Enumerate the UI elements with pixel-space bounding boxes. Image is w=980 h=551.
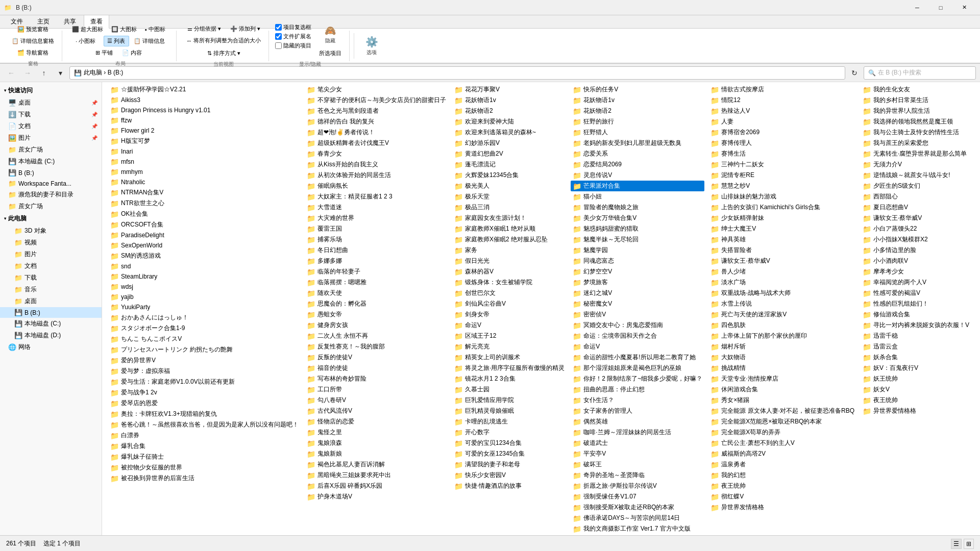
sidebar-item-b-drive[interactable]: 💾 B (B:) [0, 167, 102, 178]
sidebar-item-music[interactable]: 📁 音乐 [0, 284, 102, 295]
file-item[interactable]: 📁爱与生活：家庭老师V1.0.0V以前还有更新 [108, 377, 301, 387]
super-large-icon-button[interactable]: ⬛ 超大图标 [68, 24, 107, 35]
file-item[interactable]: 📁家庭教师X催眠2 绝对服从忍坠 [452, 234, 567, 245]
file-item[interactable]: 📁偶然英雄 [571, 416, 704, 427]
file-item[interactable]: 📁狂野猎人 [571, 127, 704, 138]
file-item[interactable]: 📁ORCSOFT合集 [108, 219, 301, 230]
medium-icon-button[interactable]: ▪️ 中图标 [141, 24, 172, 35]
file-item[interactable]: 📁鬼怪之里 [305, 427, 448, 438]
file-item[interactable]: 📁咖啡·兰姆～淫淫妹妹的同居生活 [571, 427, 704, 438]
file-item[interactable]: 📁上帝体上留下的那个家伙的厘印 [708, 331, 856, 341]
file-item[interactable]: 📁幻梦空空V [571, 266, 704, 277]
file-item[interactable]: 📁赛博宿舍2069 [708, 127, 856, 138]
file-item[interactable]: 📁亡民公主·萧想不到的主人V [708, 438, 856, 448]
file-item[interactable]: 📁猫小妞 [571, 191, 704, 202]
file-item[interactable]: 📁赛博生活 [708, 148, 856, 159]
file-item[interactable]: 📁勾八卷研V [305, 395, 448, 406]
file-item[interactable]: 📁魅惑妈妈甜蜜的猎取 [571, 223, 704, 234]
file-item[interactable]: 📁威福斯的高塔2V [708, 448, 856, 459]
small-icon-button[interactable]: · 小图标 [72, 36, 103, 46]
file-item[interactable]: 📁家务 [452, 245, 567, 256]
file-item[interactable]: 📁我的乡村日常菜生活 [861, 95, 974, 106]
file-item[interactable]: 📁淡水广场 [708, 277, 856, 288]
nav-pane-button[interactable]: 🗂️ 导航窗格 [14, 47, 52, 58]
file-item[interactable]: 📁迅雷千稳 [861, 331, 974, 341]
file-item[interactable]: 📁命运的甜性小魔夏暮!所以用老二教育了她 [571, 352, 704, 363]
file-item[interactable]: 📁花妖物语2 [571, 106, 704, 116]
file-item[interactable]: 📁大奴家主：精灵征服者1 2 3 [305, 191, 448, 202]
this-pc-header[interactable]: ▾ 此电脑 [0, 212, 102, 225]
file-item[interactable]: 📁假日光光 [452, 256, 567, 266]
file-item[interactable]: 📁爸爸心跳！～虽然很喜欢当爸，但是因为是家人所以没有问题吧！ [108, 419, 301, 430]
file-item[interactable]: 📁Flower girl 2 [108, 126, 301, 136]
sort-by-button[interactable]: ⇅ 排序方式 ▾ [204, 48, 244, 59]
refresh-button[interactable]: ↻ [847, 66, 862, 80]
file-item[interactable]: 📁快乐少女密园V [452, 470, 567, 481]
file-item[interactable]: 📁夕匠生的S级女们 [861, 181, 974, 191]
file-item[interactable]: 📁快乐的任务V [571, 84, 704, 95]
file-item[interactable]: 📁灵息传说V [571, 170, 704, 181]
file-item[interactable]: 📁绅士大魔王V [708, 223, 856, 234]
file-item[interactable]: 📁谦软女王·蔡华威V [861, 213, 974, 223]
file-item[interactable]: 📁夜王统帅 [708, 481, 856, 491]
file-item[interactable]: 📁失搭冒险者 [708, 245, 856, 256]
file-item[interactable]: 📁休闲游戏合集 [708, 384, 856, 395]
file-item[interactable]: 📁彻红蝶V [708, 491, 856, 502]
sidebar-item-d[interactable]: 💾 本地磁盘 (D:) [0, 330, 102, 341]
file-item[interactable]: 📁三神约十二妖女 [708, 159, 856, 170]
file-item[interactable]: 📁我的文商摄影工作室 Ver1.7 官方中文版 [571, 523, 704, 534]
file-item[interactable]: 📁你好！2 限制结亲了~细我多少爱呢，好嘛？ [571, 373, 704, 384]
search-bar[interactable]: 🔍 在 B (B:) 中搜索 [864, 66, 976, 80]
file-item[interactable]: 📁破道武士 [571, 438, 704, 448]
sidebar-item-sugar[interactable]: 📁 蔗女广场 [0, 201, 102, 212]
file-item[interactable]: 📁快捷·情趣酒店的故事 [452, 481, 567, 491]
sidebar-item-folder1[interactable]: 📁 蔗女广场 [0, 144, 102, 156]
file-item[interactable]: 📁秘密魔女V [571, 298, 704, 309]
file-item[interactable]: 📁可爱的宝贝1234合集 [452, 438, 567, 448]
file-item[interactable]: 📁久慕士园 [452, 384, 567, 395]
file-item[interactable]: 📁YuukiParty [108, 302, 301, 312]
file-item[interactable]: 📁プリンセスハートリンク 約拐たちの艶舞 [108, 344, 301, 355]
file-item[interactable]: 📁爱琴店的恩爱 [108, 398, 301, 409]
file-item[interactable]: 📁魅魔半妹～无尽轮回 [571, 234, 704, 245]
file-item[interactable]: 📁OK社会集 [108, 209, 301, 219]
file-item[interactable]: 📁妖V：百鬼夜行V [861, 363, 974, 373]
file-item[interactable]: 📁夏日恋想曲V [861, 202, 974, 213]
file-item[interactable]: 📁幸福阅览的两个人V [861, 277, 974, 288]
group-by-button[interactable]: ⚌ 分组依据 ▾ [184, 23, 225, 34]
file-item[interactable]: 📁创世巴尔文 [452, 288, 567, 298]
list-view-icon[interactable]: ☰ [951, 539, 962, 549]
file-item[interactable]: 📁黄道幻想曲2V [452, 148, 567, 159]
file-item[interactable]: 📁强制受缘任务V1.07 [571, 491, 704, 502]
file-item[interactable]: 📁蓬毛漂流记 [452, 159, 567, 170]
file-item[interactable]: 📁卡哩的乱境逃生 [452, 416, 567, 427]
file-item[interactable]: 📁破坏王 [571, 459, 704, 470]
sidebar-item-pics[interactable]: 📁 图片 [0, 248, 102, 260]
file-item[interactable]: 📁大奴物语 [708, 352, 856, 363]
file-item[interactable]: 📁无素转生·腐堕异世界就是那么简单 [861, 148, 974, 159]
file-item[interactable]: 📁巨乳爱情应用学院 [452, 395, 567, 406]
file-item[interactable]: 📁恋爱关系 [571, 148, 704, 159]
file-item[interactable]: 📁花妖物语2 [452, 106, 567, 116]
file-item[interactable]: 📁古代风流传V [305, 406, 448, 416]
file-item[interactable]: 📁妖女V [861, 384, 974, 395]
file-item[interactable]: 📁小多情边里的脸 [861, 245, 974, 256]
back-button[interactable]: ← [4, 66, 18, 80]
file-item[interactable]: 📁情欲古式按摩店 [708, 84, 856, 95]
file-item[interactable]: 📁命运V [571, 341, 704, 352]
file-item[interactable]: 📁大灾难的世界 [305, 213, 448, 223]
content-button[interactable]: 📄 内容 [118, 47, 149, 58]
sidebar-item-3d[interactable]: 📁 3D 对象 [0, 225, 102, 237]
options-button[interactable]: ⚙️ 选项 [362, 34, 381, 58]
file-item[interactable]: 📁剑仙风尘谷曲V [452, 298, 567, 309]
file-item[interactable]: 📁妖王统帅 [861, 373, 974, 384]
file-item[interactable]: 📁花妖物语1v [571, 95, 704, 106]
file-item[interactable]: 📁可爱的女巫12345合集 [452, 448, 567, 459]
file-item[interactable]: 📁德祥的告白 我的复兴 [305, 116, 448, 127]
file-item[interactable]: 📁爱与梦：虚拟亲福 [108, 366, 301, 377]
file-item[interactable]: 📁异世界爱情格格 [861, 406, 974, 416]
hide-button[interactable]: 🙈 隐藏 [317, 23, 343, 46]
file-item[interactable]: 📁森林的器V [452, 266, 567, 277]
file-item[interactable]: 📁爆乳妹子征骑士 [108, 452, 301, 462]
file-item[interactable]: 📁西部阻心 [861, 191, 974, 202]
